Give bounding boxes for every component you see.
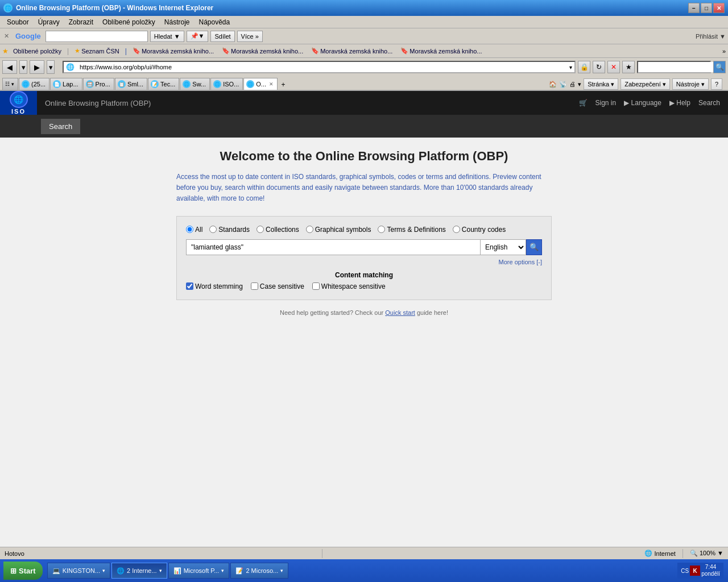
home-icon[interactable]: 🏠	[549, 81, 557, 88]
back-dropdown[interactable]: ▾	[19, 60, 27, 74]
rss-icon[interactable]: 📡	[559, 81, 567, 88]
word-stemming-checkbox[interactable]	[186, 282, 193, 290]
radio-graphical[interactable]: Graphical symbols	[306, 226, 371, 234]
radio-collections[interactable]: Collections	[257, 226, 299, 234]
tab-close-icon[interactable]: ✕	[269, 81, 274, 87]
page-menu-button[interactable]: Stránka ▾	[584, 78, 618, 90]
menu-napoveda[interactable]: Nápověda	[195, 17, 235, 27]
case-sensitive-checkbox[interactable]	[251, 282, 258, 290]
dropdown-arrow[interactable]: ▾	[569, 64, 572, 70]
help-button[interactable]: ▶ Help	[669, 99, 690, 107]
radio-graphical-input[interactable]	[306, 226, 313, 233]
search-input-row: English French Russian 🔍	[186, 239, 542, 255]
clock: 7:44 pondělí	[701, 564, 720, 577]
taskbar-dropdown-3[interactable]: ▾	[280, 568, 283, 573]
toolbar-search-input[interactable]	[640, 62, 718, 72]
more-options-link[interactable]: More options [-]	[186, 259, 542, 265]
radio-standards-input[interactable]	[209, 226, 217, 233]
url-input[interactable]	[76, 62, 568, 72]
whitespace-sensitive-checkbox[interactable]	[312, 282, 320, 290]
print-dropdown[interactable]: ▾	[578, 81, 581, 88]
radio-terms[interactable]: Terms & Definitions	[378, 226, 445, 234]
security-menu-button[interactable]: Zabezpečení ▾	[621, 78, 670, 90]
tab-sw[interactable]: 🌐Sw...	[180, 78, 210, 90]
tab-25[interactable]: 🌐(25...	[19, 78, 49, 90]
favbar-more[interactable]: »	[722, 48, 726, 55]
radio-standards[interactable]: Standards	[209, 226, 250, 234]
taskbar-item-2[interactable]: 📊 Microsoft P... ▾	[168, 563, 230, 579]
tab-sml[interactable]: 📋Sml...	[115, 78, 147, 90]
sign-in-button[interactable]: Sign in	[595, 99, 617, 107]
tab-lap[interactable]: 📄Lap...	[50, 78, 82, 90]
taskbar-item-0[interactable]: 💻 KINGSTON... ▾	[47, 563, 110, 579]
print-icon[interactable]: 🖨	[569, 81, 576, 88]
fav-item-2[interactable]: 🔖 Moravská zemská kniho...	[218, 46, 307, 56]
language-button[interactable]: ▶ Language	[624, 99, 661, 107]
google-extras-button[interactable]: 📌▼	[187, 31, 209, 42]
minimize-button[interactable]: −	[688, 3, 700, 13]
obp-title: Online Browsing Platform (OBP)	[37, 99, 579, 107]
toolbar-search-go-button[interactable]: 🔍	[713, 61, 726, 73]
taskbar-item-3[interactable]: 📝 2 Microso... ▾	[230, 563, 288, 579]
start-button[interactable]: ⊞ Start	[3, 562, 43, 580]
zoom-dropdown[interactable]: ▼	[717, 550, 723, 556]
favorites-button[interactable]: ★	[622, 61, 635, 73]
menu-oblibene[interactable]: Oblíbené položky	[98, 17, 160, 27]
fav-item-1[interactable]: 🔖 Moravská zemská kniho...	[129, 46, 217, 56]
google-search-button[interactable]: Hledat ▼	[150, 31, 184, 42]
taskbar-item-icon-1: 🌐	[117, 567, 125, 575]
refresh-button[interactable]: ↻	[593, 61, 605, 73]
header-search-label[interactable]: Search	[698, 99, 720, 107]
google-toolbar: ✕ Google Hledat ▼ 📌▼ Sdílet Více » Přihl…	[0, 28, 728, 44]
tools-menu-button[interactable]: Nástroje ▾	[672, 78, 709, 90]
taskbar-dropdown-1[interactable]: ▾	[159, 568, 162, 573]
zoom-control[interactable]: 🔍 100% ▼	[690, 550, 723, 557]
radio-all-input[interactable]	[186, 226, 193, 233]
menu-upravy[interactable]: Úpravy	[34, 17, 64, 27]
taskbar-dropdown-0[interactable]: ▾	[102, 568, 105, 573]
tab-o-active[interactable]: 🌐O... ✕	[243, 78, 278, 90]
search-nav-button[interactable]: Search	[41, 119, 80, 134]
back-button[interactable]: ◀	[2, 60, 17, 74]
language-select[interactable]: English French Russian	[481, 239, 526, 255]
fav-item-3[interactable]: 🔖 Moravská zemská kniho...	[308, 46, 396, 56]
google-search-input[interactable]	[46, 31, 148, 42]
radio-terms-input[interactable]	[378, 226, 385, 233]
help-menu-button[interactable]: ?	[711, 78, 722, 90]
radio-collections-input[interactable]	[257, 226, 264, 233]
menu-soubor[interactable]: Soubor	[2, 17, 34, 27]
zone-label: Internet	[655, 550, 676, 557]
radio-country-input[interactable]	[453, 226, 460, 233]
radio-country[interactable]: Country codes	[453, 226, 506, 234]
tab-iso[interactable]: 🌐ISO...	[210, 78, 243, 90]
close-button[interactable]: ✕	[713, 3, 725, 13]
menu-nastroje[interactable]: Nástroje	[160, 17, 195, 27]
tab-tec[interactable]: 📝Tec...	[148, 78, 179, 90]
favorites-label[interactable]: Oblíbené položky	[10, 47, 65, 56]
taskbar-dropdown-2[interactable]: ▾	[221, 568, 224, 573]
forward-dropdown[interactable]: ▾	[47, 60, 55, 74]
status-bar: Hotovo 🌐 Internet 🔍 100% ▼	[0, 547, 728, 559]
restore-button[interactable]: □	[701, 3, 712, 13]
checkbox-case-sensitive[interactable]: Case sensitive	[251, 282, 304, 290]
search-go-button[interactable]: 🔍	[526, 239, 542, 255]
search-text-input[interactable]	[186, 239, 481, 255]
stop-button[interactable]: ✕	[607, 61, 620, 73]
google-more-button[interactable]: Více »	[237, 31, 263, 42]
menu-zobrazit[interactable]: Zobrazit	[64, 17, 98, 27]
google-close-button[interactable]: ✕	[2, 32, 11, 40]
tab-pro[interactable]: 🪟Pro...	[83, 78, 114, 90]
taskbar-item-1[interactable]: 🌐 2 Interne... ▾	[111, 563, 167, 579]
tab-item-tabs[interactable]: ☷ ▾	[2, 78, 18, 90]
fav-item-0[interactable]: ★ Seznam ČSN	[71, 46, 123, 56]
new-tab-button[interactable]: +	[278, 80, 288, 90]
forward-button[interactable]: ▶	[30, 60, 44, 74]
checkbox-whitespace-sensitive[interactable]: Whitespace sensitive	[312, 282, 386, 290]
radio-all[interactable]: All	[186, 226, 202, 234]
fav-item-4[interactable]: 🔖 Moravská zemská kniho...	[397, 46, 485, 56]
google-share-button[interactable]: Sdílet	[210, 31, 234, 42]
google-signin[interactable]: Přihlásit ▼	[696, 33, 726, 40]
start-icon: ⊞	[10, 567, 16, 575]
checkbox-word-stemming[interactable]: Word stemming	[186, 282, 243, 290]
quick-start-link[interactable]: Quick start	[385, 309, 415, 316]
